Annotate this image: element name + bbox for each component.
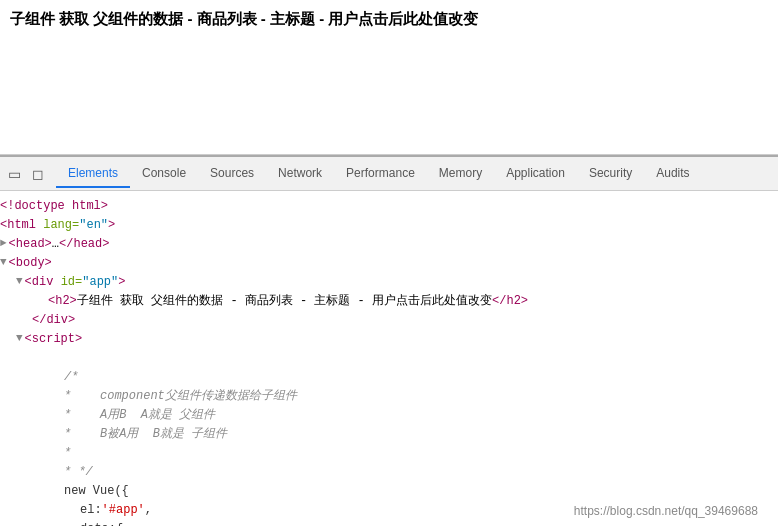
- html-close-angle: >: [108, 216, 115, 235]
- preview-title: 子组件 获取 父组件的数据 - 商品列表 - 主标题 - 用户点击后此处值改变: [10, 8, 478, 29]
- tab-sources[interactable]: Sources: [198, 160, 266, 188]
- id-val: "app": [82, 273, 118, 292]
- lang-val: "en": [79, 216, 108, 235]
- head-close-tag: </head>: [59, 235, 109, 254]
- code-line-blank1: [0, 349, 778, 368]
- code-line-head: ►<head>…</head>: [0, 235, 778, 254]
- head-ellipsis: …: [52, 235, 59, 254]
- body-expand-arrow[interactable]: ▼: [0, 254, 7, 271]
- watermark: https://blog.csdn.net/qq_39469688: [574, 504, 758, 518]
- lang-attr: lang=: [43, 216, 79, 235]
- h2-close: </h2>: [492, 292, 528, 311]
- device-toolbar-icon[interactable]: ◻: [28, 164, 48, 184]
- code-line-comment-open: /*: [0, 368, 778, 387]
- tab-security[interactable]: Security: [577, 160, 644, 188]
- code-line-comment1: * component父组件传递数据给子组件: [0, 387, 778, 406]
- preview-area: 子组件 获取 父组件的数据 - 商品列表 - 主标题 - 用户点击后此处值改变: [0, 0, 778, 155]
- el-value: '#app': [102, 501, 145, 520]
- tab-application[interactable]: Application: [494, 160, 577, 188]
- comment1: * component父组件传递数据给子组件: [64, 387, 297, 406]
- tab-network[interactable]: Network: [266, 160, 334, 188]
- code-line-comment-end: * */: [0, 463, 778, 482]
- tab-memory[interactable]: Memory: [427, 160, 494, 188]
- head-expand-arrow[interactable]: ►: [0, 235, 7, 252]
- code-line-script: ▼<script>: [0, 330, 778, 349]
- h2-open: <h2>: [48, 292, 77, 311]
- body-open-tag: <body>: [9, 254, 52, 273]
- code-line-comment4: *: [0, 444, 778, 463]
- code-line-body: ▼<body>: [0, 254, 778, 273]
- div-open-tag: <div: [25, 273, 61, 292]
- tab-console[interactable]: Console: [130, 160, 198, 188]
- comment4: *: [64, 444, 71, 463]
- comment2: * A用B A就是 父组件: [64, 406, 215, 425]
- code-line-comment3: * B被A用 B就是 子组件: [0, 425, 778, 444]
- code-line-new-vue: new Vue({: [0, 482, 778, 501]
- doctype-tag: <!doctype html>: [0, 197, 108, 216]
- code-line-div-close: </div>: [0, 311, 778, 330]
- tab-elements[interactable]: Elements: [56, 160, 130, 188]
- el-comma: ,: [145, 501, 152, 520]
- code-line-h2: <h2>子组件 获取 父组件的数据 - 商品列表 - 主标题 - 用户点击后此处…: [0, 292, 778, 311]
- html-open-tag: <html: [0, 216, 43, 235]
- code-line-data-open: data:{: [0, 520, 778, 526]
- comment-open: /*: [64, 368, 78, 387]
- div-close-angle: >: [118, 273, 125, 292]
- h2-content: 子组件 获取 父组件的数据 - 商品列表 - 主标题 - 用户点击后此处值改变: [77, 292, 492, 311]
- script-open-tag: <script>: [25, 330, 83, 349]
- devtools-icons: ▭ ◻: [4, 164, 48, 184]
- script-expand-arrow[interactable]: ▼: [16, 330, 23, 347]
- tab-performance[interactable]: Performance: [334, 160, 427, 188]
- code-line-div-app: ▼<div id="app">: [0, 273, 778, 292]
- el-text: el:: [80, 501, 102, 520]
- data-text: data:{: [80, 520, 123, 526]
- devtools-tabs-bar: ▭ ◻ Elements Console Sources Network Per…: [0, 157, 778, 191]
- code-area: <!doctype html> <html lang="en"> ►<head>…: [0, 191, 778, 526]
- comment3: * B被A用 B就是 子组件: [64, 425, 227, 444]
- new-vue-text: new Vue({: [64, 482, 129, 501]
- div-expand-arrow[interactable]: ▼: [16, 273, 23, 290]
- inspect-element-icon[interactable]: ▭: [4, 164, 24, 184]
- id-attr: id=: [61, 273, 83, 292]
- head-tag: <head>: [9, 235, 52, 254]
- div-close-tag: </div>: [32, 311, 75, 330]
- tab-audits[interactable]: Audits: [644, 160, 701, 188]
- code-line-comment2: * A用B A就是 父组件: [0, 406, 778, 425]
- comment-end: * */: [64, 463, 93, 482]
- devtools-panel: ▭ ◻ Elements Console Sources Network Per…: [0, 155, 778, 526]
- code-line-doctype: <!doctype html>: [0, 197, 778, 216]
- code-line-html: <html lang="en">: [0, 216, 778, 235]
